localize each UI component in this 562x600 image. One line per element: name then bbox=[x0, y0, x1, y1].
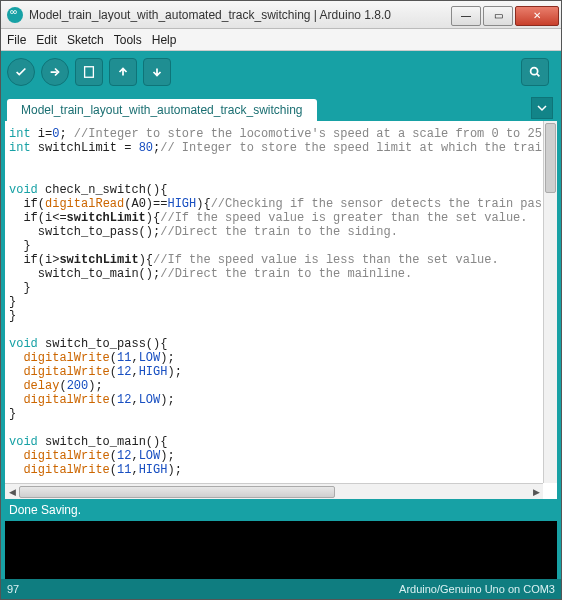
serial-monitor-button[interactable] bbox=[521, 58, 549, 86]
code-token: int bbox=[9, 127, 31, 141]
code-token bbox=[9, 463, 23, 477]
scroll-right-arrow-icon[interactable]: ▶ bbox=[529, 485, 543, 499]
window-controls: — ▭ ✕ bbox=[451, 4, 561, 26]
line-number: 97 bbox=[7, 583, 19, 595]
code-comment: //Direct the train to the siding. bbox=[160, 225, 398, 239]
code-token: , bbox=[131, 365, 138, 379]
code-token: check_n_switch(){ bbox=[38, 183, 168, 197]
code-token: 200 bbox=[67, 379, 89, 393]
code-token: digitalWrite bbox=[23, 449, 109, 463]
vertical-scroll-thumb[interactable] bbox=[545, 123, 556, 193]
minimize-button[interactable]: — bbox=[451, 6, 481, 26]
code-token: 12 bbox=[117, 449, 131, 463]
code-token: switchLimit = bbox=[31, 141, 139, 155]
code-token: switch_to_pass(); bbox=[9, 225, 160, 239]
code-comment: //Direct the train to the mainline. bbox=[160, 267, 412, 281]
code-token: ); bbox=[160, 393, 174, 407]
console-output[interactable] bbox=[1, 521, 561, 579]
code-token: HIGH bbox=[139, 463, 168, 477]
code-token bbox=[9, 393, 23, 407]
sketch-tab[interactable]: Model_train_layout_with_automated_track_… bbox=[7, 99, 317, 121]
toolbar bbox=[1, 51, 561, 93]
svg-rect-0 bbox=[85, 67, 94, 78]
code-token: digitalWrite bbox=[23, 351, 109, 365]
code-token: ); bbox=[160, 449, 174, 463]
code-token: LOW bbox=[139, 449, 161, 463]
code-editor[interactable]: int i=0; //Integer to store the locomoti… bbox=[5, 121, 543, 483]
code-token: switch_to_main(); bbox=[9, 267, 160, 281]
vertical-scrollbar[interactable] bbox=[543, 121, 557, 483]
code-token: ( bbox=[110, 351, 117, 365]
menu-sketch[interactable]: Sketch bbox=[67, 33, 104, 47]
code-token: HIGH bbox=[167, 197, 196, 211]
code-token: void bbox=[9, 183, 38, 197]
code-comment: //Checking if the sensor detects the tra… bbox=[211, 197, 543, 211]
app-window: Model_train_layout_with_automated_track_… bbox=[0, 0, 562, 600]
code-token bbox=[9, 365, 23, 379]
menu-edit[interactable]: Edit bbox=[36, 33, 57, 47]
titlebar[interactable]: Model_train_layout_with_automated_track_… bbox=[1, 1, 561, 29]
code-token: 12 bbox=[117, 365, 131, 379]
code-token: digitalWrite bbox=[23, 365, 109, 379]
code-token: ; bbox=[59, 127, 73, 141]
code-token: } bbox=[9, 309, 16, 323]
code-comment: //If the speed value is greater than the… bbox=[160, 211, 527, 225]
code-token: 11 bbox=[117, 351, 131, 365]
code-token: ); bbox=[88, 379, 102, 393]
code-token: if(i> bbox=[9, 253, 59, 267]
code-token: } bbox=[9, 239, 31, 253]
horizontal-scroll-thumb[interactable] bbox=[19, 486, 335, 498]
code-token: } bbox=[9, 281, 31, 295]
menu-help[interactable]: Help bbox=[152, 33, 177, 47]
code-token: if( bbox=[9, 197, 45, 211]
code-token: void bbox=[9, 337, 38, 351]
code-token: digitalWrite bbox=[23, 393, 109, 407]
code-token: ( bbox=[59, 379, 66, 393]
code-comment: //Integer to store the locomotive's spee… bbox=[74, 127, 543, 141]
code-token: ( bbox=[110, 365, 117, 379]
horizontal-scrollbar[interactable]: ◀ ▶ bbox=[5, 483, 543, 499]
code-token: ( bbox=[110, 449, 117, 463]
code-token: int bbox=[9, 141, 31, 155]
code-token: 11 bbox=[117, 463, 131, 477]
window-title: Model_train_layout_with_automated_track_… bbox=[29, 8, 451, 22]
editor-area: int i=0; //Integer to store the locomoti… bbox=[1, 121, 561, 499]
code-token: ( bbox=[110, 393, 117, 407]
status-bar: Done Saving. bbox=[1, 499, 561, 521]
code-comment: //If the speed value is less than the se… bbox=[153, 253, 499, 267]
verify-button[interactable] bbox=[7, 58, 35, 86]
footer-bar: 97 Arduino/Genuino Uno on COM3 bbox=[1, 579, 561, 599]
menu-file[interactable]: File bbox=[7, 33, 26, 47]
horizontal-scroll-track[interactable] bbox=[19, 485, 529, 499]
code-token: switchLimit bbox=[59, 253, 138, 267]
code-token: } bbox=[9, 295, 16, 309]
board-port-info: Arduino/Genuino Uno on COM3 bbox=[399, 583, 555, 595]
code-token: HIGH bbox=[139, 365, 168, 379]
code-token bbox=[9, 449, 23, 463]
maximize-button[interactable]: ▭ bbox=[483, 6, 513, 26]
code-comment: // Integer to store the speed limit at w… bbox=[160, 141, 543, 155]
code-token: ){ bbox=[196, 197, 210, 211]
tab-bar: Model_train_layout_with_automated_track_… bbox=[1, 93, 561, 121]
upload-button[interactable] bbox=[41, 58, 69, 86]
menu-bar: File Edit Sketch Tools Help bbox=[1, 29, 561, 51]
code-token: digitalWrite bbox=[23, 463, 109, 477]
tab-menu-button[interactable] bbox=[531, 97, 553, 119]
scroll-left-arrow-icon[interactable]: ◀ bbox=[5, 485, 19, 499]
new-sketch-button[interactable] bbox=[75, 58, 103, 86]
menu-tools[interactable]: Tools bbox=[114, 33, 142, 47]
code-token: ); bbox=[167, 463, 181, 477]
code-token: switch_to_pass(){ bbox=[38, 337, 168, 351]
code-token: 12 bbox=[117, 393, 131, 407]
code-token: delay bbox=[23, 379, 59, 393]
open-sketch-button[interactable] bbox=[109, 58, 137, 86]
save-sketch-button[interactable] bbox=[143, 58, 171, 86]
code-token: LOW bbox=[139, 351, 161, 365]
code-token: ); bbox=[167, 365, 181, 379]
svg-point-1 bbox=[531, 68, 538, 75]
code-token: ); bbox=[160, 351, 174, 365]
arduino-logo-icon bbox=[7, 7, 23, 23]
close-button[interactable]: ✕ bbox=[515, 6, 559, 26]
code-token: LOW bbox=[139, 393, 161, 407]
code-token: , bbox=[131, 393, 138, 407]
